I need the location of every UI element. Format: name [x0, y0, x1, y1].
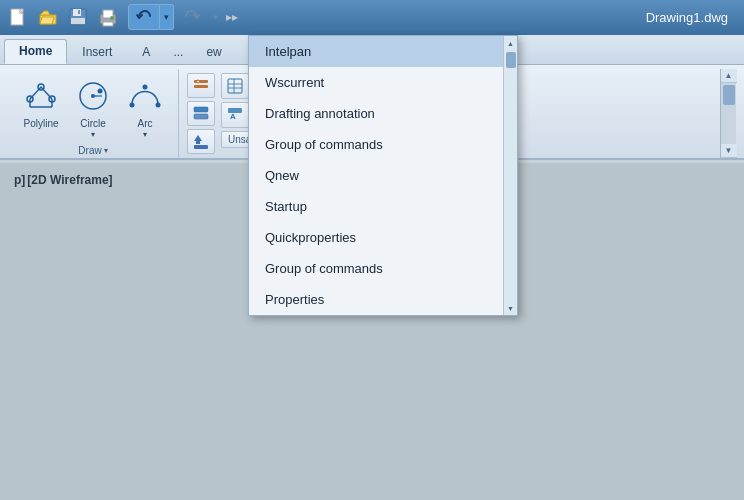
dropdown-item-intelpan[interactable]: Intelpan [249, 36, 517, 67]
dropdown-item-properties[interactable]: Properties [249, 284, 517, 315]
tab-annotate[interactable]: A [127, 40, 165, 64]
layers-icon-btn[interactable] [187, 101, 215, 126]
qat-more-button[interactable]: ▸▸ [224, 4, 240, 30]
polyline-tool[interactable]: Polyline [18, 73, 64, 133]
redo-group: ▾ [176, 4, 222, 30]
save-button[interactable] [64, 4, 92, 30]
svg-point-19 [130, 103, 135, 108]
arc-icon [125, 76, 165, 116]
dropdown-item-qnew[interactable]: Qnew [249, 160, 517, 191]
canvas-prefix: p] [14, 173, 25, 187]
svg-text:A: A [230, 112, 236, 121]
svg-rect-23 [194, 85, 208, 88]
svg-rect-8 [103, 22, 113, 26]
svg-point-18 [98, 89, 103, 94]
scroll-thumb[interactable] [723, 85, 735, 105]
draw-section-arrow: ▾ [104, 146, 108, 155]
undo-group: ▾ [128, 4, 174, 30]
svg-point-20 [156, 103, 161, 108]
canvas-label: [2D Wireframe] [27, 173, 112, 187]
tab-view[interactable]: ew [191, 40, 236, 64]
dropdown-item-group2[interactable]: Group of commands [249, 253, 517, 284]
circle-icon [73, 76, 113, 116]
circle-label: Circle [80, 118, 106, 130]
svg-rect-3 [78, 10, 80, 14]
dropdown-item-startup[interactable]: Startup [249, 191, 517, 222]
tab-insert[interactable]: Insert [67, 40, 127, 64]
new-button[interactable] [4, 4, 32, 30]
arc-tool[interactable]: Arc ▾ [122, 73, 168, 142]
ribbon-col-1 [187, 73, 215, 154]
polyline-label: Polyline [23, 118, 58, 130]
dropdown-scroll-up[interactable]: ▲ [504, 36, 518, 50]
quick-access-toolbar: ▾ ▾ ▸▸ [4, 4, 240, 30]
plot-button[interactable] [94, 4, 122, 30]
dropdown-item-drafting[interactable]: Drafting annotation [249, 98, 517, 129]
tab-home[interactable]: Home [4, 39, 67, 64]
svg-rect-30 [228, 79, 242, 93]
draw-section: Polyline Circle ▾ [8, 69, 179, 158]
draw-section-label[interactable]: Draw ▾ [78, 145, 107, 156]
redo-dropdown-arrow[interactable]: ▾ [208, 4, 222, 30]
title-bar: ▾ ▾ ▸▸ Drawing1.dwg [0, 0, 744, 35]
dropdown-item-wscurrent[interactable]: Wscurrent [249, 67, 517, 98]
redo-button[interactable] [176, 4, 208, 30]
svg-point-24 [197, 80, 200, 83]
match-prop-btn[interactable] [187, 129, 215, 154]
svg-point-7 [110, 16, 114, 20]
dropdown-item-quickprop[interactable]: Quickproperties [249, 222, 517, 253]
svg-rect-4 [71, 18, 85, 24]
tab-more-indicator: ... [165, 41, 191, 64]
circle-dropdown-arrow[interactable]: ▾ [91, 130, 95, 139]
svg-marker-29 [194, 135, 202, 141]
undo-dropdown-arrow[interactable]: ▾ [160, 4, 174, 30]
circle-tool[interactable]: Circle ▾ [70, 73, 116, 142]
polyline-icon [21, 76, 61, 116]
undo-button[interactable] [128, 4, 160, 30]
window-title: Drawing1.dwg [646, 10, 728, 25]
dropdown-item-group1[interactable]: Group of commands [249, 129, 517, 160]
table-icon-btn[interactable] [221, 73, 249, 99]
dropdown-scroll-down[interactable]: ▼ [504, 301, 518, 315]
draw-tools: Polyline Circle ▾ [18, 73, 168, 143]
text-icon-btn[interactable]: A [221, 102, 249, 128]
dropdown-scrollbar: ▲ ▼ [503, 36, 517, 315]
arc-label: Arc [138, 118, 153, 130]
scroll-down-arrow[interactable]: ▼ [721, 144, 737, 158]
properties-icon-btn[interactable] [187, 73, 215, 98]
svg-point-17 [91, 94, 95, 98]
svg-rect-26 [194, 114, 208, 119]
scroll-up-arrow[interactable]: ▲ [721, 69, 737, 83]
ribbon-scrollbar: ▲ ▼ [720, 69, 736, 158]
dropdown-scroll-thumb[interactable] [506, 52, 516, 68]
svg-point-21 [143, 85, 148, 90]
svg-rect-25 [194, 107, 208, 112]
open-button[interactable] [34, 4, 62, 30]
arc-dropdown-arrow[interactable]: ▾ [143, 130, 147, 139]
svg-rect-27 [194, 145, 208, 149]
dropdown-menu: Intelpan Wscurrent Drafting annotation G… [248, 35, 518, 316]
